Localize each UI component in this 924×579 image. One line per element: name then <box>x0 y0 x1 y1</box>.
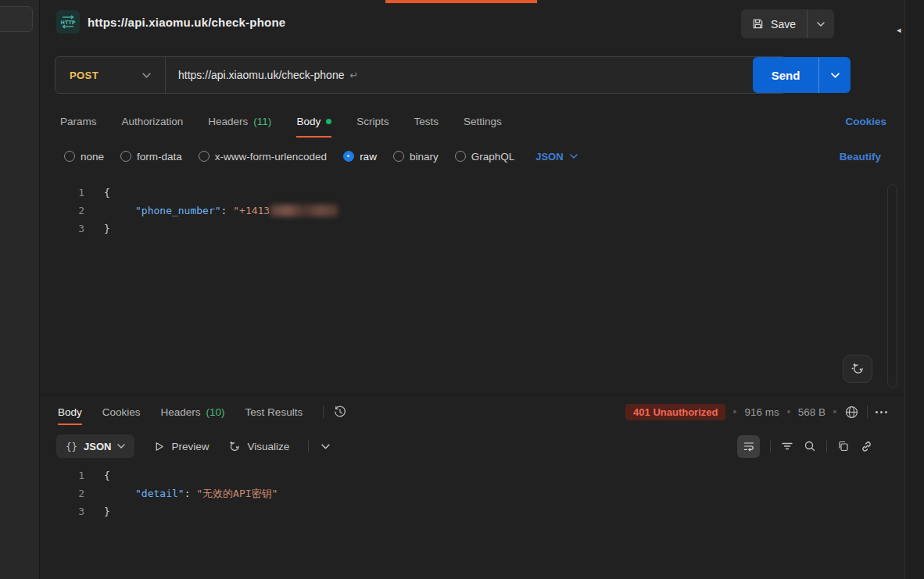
response-tab-headers[interactable]: Headers (10) <box>161 399 225 425</box>
tab-settings[interactable]: Settings <box>464 105 502 138</box>
tab-label: Body <box>58 406 82 418</box>
dot-icon <box>876 411 878 413</box>
radio-label: raw <box>360 151 377 163</box>
postbot-sparkle-icon <box>851 362 865 376</box>
response-toolbar: {} JSON Preview Visualize <box>41 432 904 460</box>
response-meta: 401 Unauthorized 916 ms 568 B <box>625 399 887 425</box>
globe-icon <box>844 405 859 420</box>
radio-x-www-form-urlencoded[interactable]: x-www-form-urlencoded <box>199 151 327 163</box>
response-view-tools <box>737 432 873 460</box>
tab-scripts[interactable]: Scripts <box>356 105 389 138</box>
filter-button[interactable] <box>781 440 793 452</box>
url-value: https://api.xiaomu.uk/check-phone <box>178 69 344 81</box>
chevron-down-icon <box>117 444 125 449</box>
link-icon <box>860 440 873 453</box>
toolbar-divider <box>308 440 309 452</box>
method-label: POST <box>70 70 98 81</box>
token-string: "无效的API密钥" <box>196 487 278 501</box>
tab-headers[interactable]: Headers (11) <box>208 105 271 138</box>
url-input[interactable]: https://api.xiaomu.uk/check-phone ↵ <box>178 69 786 81</box>
body-type-selector: none form-data x-www-form-urlencoded raw… <box>41 143 904 170</box>
headers-count: (10) <box>206 406 225 418</box>
response-tab-body[interactable]: Body <box>58 399 82 425</box>
dot-icon <box>880 411 883 413</box>
tab-body[interactable]: Body <box>296 105 331 138</box>
editor-scrollbar[interactable] <box>887 184 897 388</box>
request-title: https://api.xiaomu.uk/check-phone <box>88 0 285 44</box>
network-info-button[interactable] <box>844 405 859 420</box>
token-brace: { <box>104 187 110 198</box>
enter-key-hint: ↵ <box>349 70 358 81</box>
code-line: 2 "phone_number" : "+1413 <box>41 202 885 220</box>
tab-label: Test Results <box>245 406 303 418</box>
visualize-button[interactable]: Visualize <box>227 440 289 453</box>
token-brace: { <box>104 470 110 481</box>
save-button-group: Save <box>741 9 834 38</box>
toolbar-divider <box>826 440 827 452</box>
language-dropdown[interactable]: JSON <box>535 151 577 163</box>
radio-label: none <box>81 151 104 163</box>
history-clock-icon <box>333 405 347 419</box>
radio-graphql[interactable]: GraphQL <box>455 151 515 163</box>
radio-binary[interactable]: binary <box>393 151 439 163</box>
chevron-down-icon <box>831 73 840 78</box>
braces-icon: {} <box>66 441 77 452</box>
save-button[interactable]: Save <box>741 9 807 38</box>
visualize-label: Visualize <box>247 441 289 452</box>
copy-icon <box>837 440 850 452</box>
radio-icon <box>393 151 404 162</box>
dot-separator <box>833 410 836 413</box>
svg-text:HTTP: HTTP <box>61 20 76 26</box>
preview-button[interactable]: Preview <box>153 441 209 452</box>
format-options-button[interactable] <box>321 444 330 449</box>
code-line: 2 "detail" : "无效的API密钥" <box>41 484 885 502</box>
token-key: "detail" <box>135 488 184 499</box>
request-header-bar: HTTP https://api.xiaomu.uk/check-phone S… <box>41 0 904 44</box>
share-link-button[interactable] <box>860 440 873 453</box>
radio-none[interactable]: none <box>64 151 104 163</box>
tab-tests[interactable]: Tests <box>414 105 439 138</box>
filter-icon <box>781 440 793 452</box>
modified-dot-icon <box>326 119 331 124</box>
right-sidebar-rail <box>904 0 924 579</box>
request-body-editor[interactable]: 1 { 2 "phone_number" : "+1413 3 } <box>41 184 885 238</box>
method-selector[interactable]: POST <box>56 57 165 93</box>
tab-authorization[interactable]: Authorization <box>122 105 184 138</box>
response-history-button[interactable] <box>333 399 347 425</box>
radio-icon <box>120 151 131 162</box>
radio-raw[interactable]: raw <box>343 151 377 163</box>
response-more-options-button[interactable] <box>876 411 887 413</box>
tab-label: Headers <box>208 116 248 127</box>
chevron-down-icon <box>817 22 825 27</box>
search-button[interactable] <box>804 440 816 452</box>
preview-label: Preview <box>171 441 209 452</box>
postbot-button[interactable] <box>843 355 872 383</box>
line-number: 3 <box>41 506 84 517</box>
send-button[interactable]: Send <box>753 57 818 93</box>
response-tab-test-results[interactable]: Test Results <box>245 399 303 425</box>
sidebar-partial-element <box>0 6 33 32</box>
tab-label: Params <box>60 116 97 127</box>
radio-form-data[interactable]: form-data <box>120 151 182 163</box>
dot-icon <box>885 411 887 413</box>
radio-label: form-data <box>137 151 182 163</box>
url-bar-divider <box>165 57 166 93</box>
redacted-phone-blur <box>270 205 338 216</box>
wrap-text-button[interactable] <box>737 435 760 458</box>
response-tab-cookies[interactable]: Cookies <box>102 399 141 425</box>
save-options-button[interactable] <box>808 9 834 38</box>
response-body-viewer[interactable]: 1 { 2 "detail" : "无效的API密钥" 3 } <box>41 466 885 520</box>
response-format-dropdown[interactable]: {} JSON <box>56 434 134 458</box>
line-number: 2 <box>41 205 84 216</box>
cookies-link[interactable]: Cookies <box>845 105 886 138</box>
send-button-group: Send <box>753 57 851 93</box>
beautify-link[interactable]: Beautify <box>840 143 881 170</box>
tab-params[interactable]: Params <box>60 105 97 138</box>
toolbar-divider <box>867 406 868 418</box>
chevron-down-icon <box>570 154 578 159</box>
language-label: JSON <box>535 151 563 163</box>
line-number: 3 <box>41 223 84 234</box>
send-options-button[interactable] <box>819 57 851 93</box>
request-response-divider[interactable] <box>41 395 904 395</box>
copy-button[interactable] <box>837 440 850 452</box>
